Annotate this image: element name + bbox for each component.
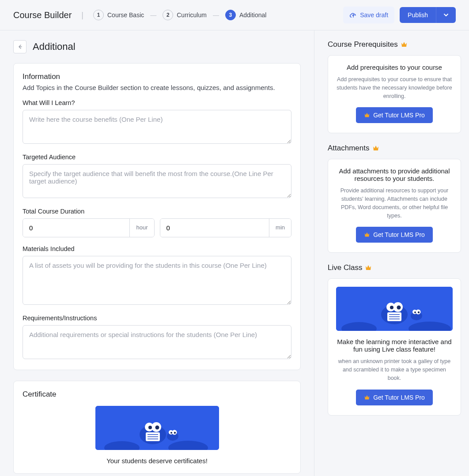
side-card-desc: when an unknown printer took a galley of… xyxy=(336,357,453,382)
step-course-basic[interactable]: 1 Course Basic xyxy=(93,10,144,20)
field-label: Total Course Duration xyxy=(23,208,291,215)
duration-min-input[interactable] xyxy=(160,219,269,237)
wizard-steps: 1 Course Basic — 2 Curriculum — 3 Additi… xyxy=(93,10,343,20)
live-class-illustration xyxy=(336,287,453,331)
live-class-heading: Live Class xyxy=(328,263,461,272)
field-label: What Will I Learn? xyxy=(23,99,291,106)
crown-icon xyxy=(365,264,372,271)
cloud-upload-icon xyxy=(349,11,357,19)
arrow-left-icon xyxy=(16,43,23,50)
side-card-title: Make the learning more interactive and f… xyxy=(336,338,453,353)
step-separator: — xyxy=(213,11,219,19)
crown-icon xyxy=(364,112,370,118)
step-curriculum[interactable]: 2 Curriculum xyxy=(163,10,207,20)
back-button[interactable] xyxy=(13,40,26,53)
prerequisites-card: Add prerequisites to your course Add pre… xyxy=(328,55,461,133)
information-card: Information Add Topics in the Course Bui… xyxy=(13,63,301,370)
crown-icon xyxy=(372,145,379,152)
publish-dropdown-button[interactable] xyxy=(436,7,456,23)
field-label: Materials Included xyxy=(23,245,291,252)
side-card-title: Add prerequisites to your course xyxy=(336,64,453,71)
publish-button[interactable]: Publish xyxy=(400,7,436,23)
separator: | xyxy=(81,11,83,20)
min-unit-label: min xyxy=(269,219,291,237)
get-pro-button[interactable]: Get Tutor LMS Pro xyxy=(356,227,433,243)
side-card-desc: Add prerequisites to your course to ensu… xyxy=(336,75,453,100)
crown-icon xyxy=(401,41,408,48)
side-card-desc: Provide additional resources to support … xyxy=(336,187,453,220)
card-title: Information xyxy=(23,72,291,81)
prerequisites-heading: Course Prerequisites xyxy=(328,40,461,49)
certificate-caption: Your students deserve certificates! xyxy=(23,457,291,465)
get-pro-button[interactable]: Get Tutor LMS Pro xyxy=(356,107,433,123)
step-separator: — xyxy=(150,11,156,19)
page-title: Additional xyxy=(33,41,76,52)
what-will-i-learn-input[interactable] xyxy=(23,110,291,144)
crown-icon xyxy=(364,232,370,238)
step-additional[interactable]: 3 Additional xyxy=(225,10,267,20)
topbar: Course Builder | 1 Course Basic — 2 Curr… xyxy=(0,0,469,30)
requirements-input[interactable] xyxy=(23,325,291,359)
card-subtitle: Add Topics in the Course Builder section… xyxy=(23,84,291,91)
duration-hour-input[interactable] xyxy=(23,219,129,237)
side-card-title: Add attachments to provide additional re… xyxy=(336,167,453,182)
attachments-card: Add attachments to provide additional re… xyxy=(328,159,461,253)
materials-included-input[interactable] xyxy=(23,256,291,305)
chevron-down-icon xyxy=(443,11,450,19)
targeted-audience-input[interactable] xyxy=(23,164,291,198)
save-draft-button[interactable]: Save draft xyxy=(343,7,394,23)
live-class-card: Make the learning more interactive and f… xyxy=(328,278,461,415)
certificate-illustration xyxy=(95,406,219,450)
app-title: Course Builder xyxy=(13,10,72,20)
get-pro-button[interactable]: Get Tutor LMS Pro xyxy=(356,390,433,405)
crown-icon xyxy=(364,394,370,401)
hour-unit-label: hour xyxy=(129,219,154,237)
field-label: Requirements/Instructions xyxy=(23,315,291,322)
attachments-heading: Attachments xyxy=(328,144,461,153)
card-title: Certificate xyxy=(23,390,291,399)
field-label: Targeted Audience xyxy=(23,154,291,161)
certificate-card: Certificate Your students deserve certif… xyxy=(13,381,301,474)
